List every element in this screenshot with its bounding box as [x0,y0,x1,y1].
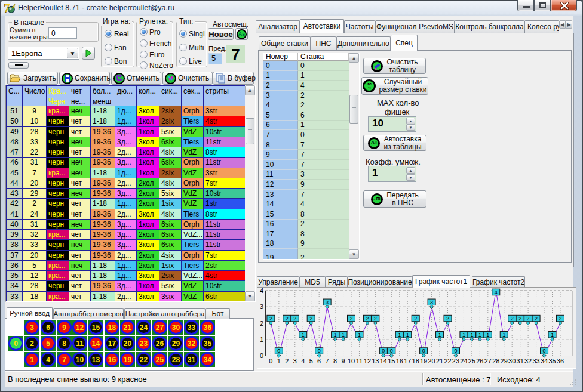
svg-text:29: 29 [501,357,508,365]
svg-text:24: 24 [460,357,467,365]
svg-text:2: 2 [269,316,272,322]
svg-text:13: 13 [372,357,379,365]
svg-text:2: 2 [366,316,369,322]
svg-text:2: 2 [285,357,289,365]
svg-text:22: 22 [444,357,451,365]
svg-text:30: 30 [508,357,516,365]
svg-text:0: 0 [382,348,385,354]
svg-text:3: 3 [260,303,263,310]
svg-text:1: 1 [438,332,441,338]
svg-text:10: 10 [348,357,355,365]
svg-text:26: 26 [476,357,483,365]
svg-text:19: 19 [420,357,427,365]
svg-text:15: 15 [388,357,395,365]
svg-text:21: 21 [436,357,443,365]
svg-text:0: 0 [260,352,263,359]
svg-text:25: 25 [468,357,475,365]
svg-text:4: 4 [301,357,305,365]
svg-text:9: 9 [341,357,345,365]
svg-text:0: 0 [269,357,272,365]
svg-text:11: 11 [356,357,363,365]
svg-text:36: 36 [557,357,564,365]
svg-text:17: 17 [404,357,411,365]
svg-text:2: 2 [446,316,449,322]
svg-text:8: 8 [333,357,337,365]
svg-text:20: 20 [428,357,435,365]
svg-text:28: 28 [492,357,499,365]
svg-text:2: 2 [286,316,289,322]
svg-text:0: 0 [543,348,546,354]
svg-text:1: 1 [470,332,473,338]
svg-text:18: 18 [412,357,419,365]
svg-text:1: 1 [302,332,305,338]
svg-text:2: 2 [518,316,521,322]
svg-text:4: 4 [260,287,263,294]
svg-text:1: 1 [551,332,554,338]
svg-text:16: 16 [396,357,403,365]
svg-text:1: 1 [398,332,401,338]
svg-text:2: 2 [374,316,377,322]
svg-text:2: 2 [293,316,296,322]
svg-text:1: 1 [478,332,481,338]
svg-text:5: 5 [309,357,313,365]
svg-text:34: 34 [541,357,548,365]
svg-text:2: 2 [309,316,312,322]
svg-text:4: 4 [495,289,498,295]
svg-text:0: 0 [277,348,280,354]
svg-text:0: 0 [390,348,393,354]
svg-text:12: 12 [364,357,371,365]
svg-text:0: 0 [318,348,321,354]
svg-text:23: 23 [452,357,459,365]
svg-text:1: 1 [462,332,465,338]
svg-text:3: 3 [430,300,433,305]
svg-text:2: 2 [559,316,561,322]
svg-text:2: 2 [527,316,530,322]
svg-text:7: 7 [326,357,329,365]
svg-text:31: 31 [517,357,524,365]
svg-text:1: 1 [342,332,345,338]
svg-text:2: 2 [414,316,417,322]
svg-text:3: 3 [293,357,297,365]
svg-text:2: 2 [535,316,538,322]
svg-text:0: 0 [422,348,425,354]
svg-text:2: 2 [349,316,352,322]
svg-text:32: 32 [524,357,532,365]
svg-text:1: 1 [486,332,489,338]
svg-text:35: 35 [548,357,556,365]
svg-text:1: 1 [406,332,409,338]
svg-text:1: 1 [277,357,281,365]
svg-text:1: 1 [260,336,263,343]
svg-text:2: 2 [260,320,263,327]
svg-text:1: 1 [334,332,337,338]
svg-text:3: 3 [326,300,329,305]
svg-text:33: 33 [532,357,539,365]
svg-text:2: 2 [511,316,514,322]
svg-text:0: 0 [454,348,457,354]
svg-text:1: 1 [358,332,361,338]
svg-text:14: 14 [380,357,387,365]
svg-text:27: 27 [484,357,492,365]
svg-text:6: 6 [317,357,321,365]
svg-text:1: 1 [502,332,505,338]
